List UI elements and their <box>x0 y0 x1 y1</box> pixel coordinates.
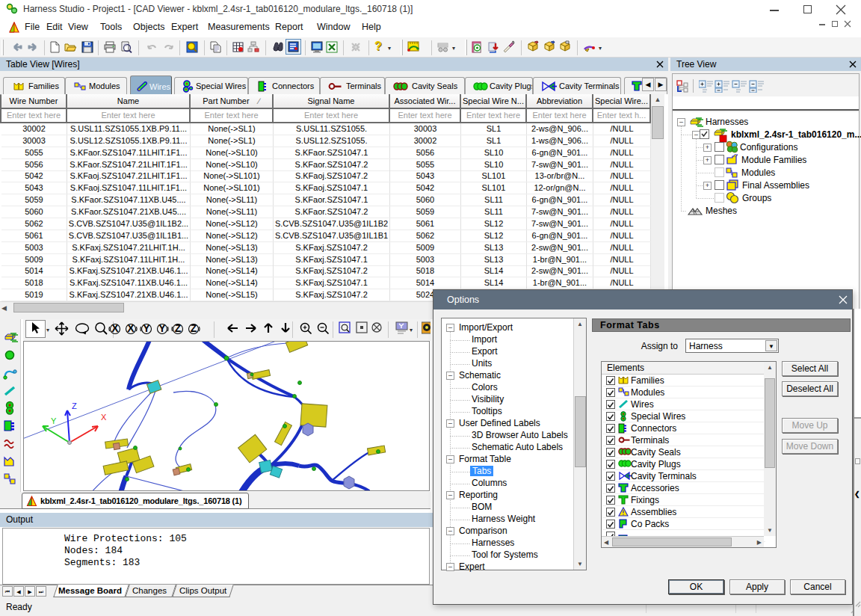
svg-text:X: X <box>111 322 119 334</box>
svg-text:Y: Y <box>51 416 57 425</box>
svg-text:Z: Z <box>175 322 182 334</box>
svg-text:Y: Y <box>143 322 150 334</box>
svg-text:Z: Z <box>72 401 77 410</box>
svg-text:X: X <box>127 322 135 334</box>
svg-text:Z: Z <box>191 322 197 334</box>
svg-text:X: X <box>101 413 107 422</box>
svg-text:Y: Y <box>158 322 166 334</box>
